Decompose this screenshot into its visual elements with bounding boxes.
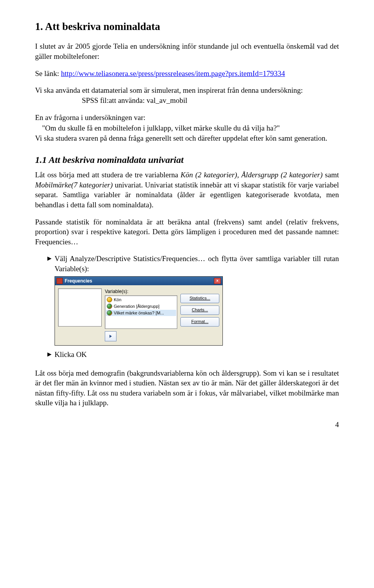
intro-para-1: I slutet av år 2005 gjorde Telia en unde… [35, 41, 339, 61]
dialog-title: Frequencies [65, 278, 92, 284]
app-icon [56, 278, 63, 284]
link-prefix: Se länk: [35, 69, 61, 78]
list-item[interactable]: Generation [Åldergrupp] [106, 303, 176, 310]
variable-icon [107, 304, 112, 309]
target-variable-list[interactable]: Kön Generation [Åldergrupp] Vilket märke… [105, 295, 177, 329]
instruction-step-2: ► Klicka OK [46, 350, 339, 360]
p4-part-a: Låt oss börja med att studera de tre var… [35, 171, 181, 179]
p4-italic-2: Mobilmärke(7 kategorier) [35, 181, 113, 189]
heading-1: 1. Att beskriva nominaldata [35, 19, 339, 34]
question-intro: En av frågorna i undersökningen var: [35, 113, 339, 123]
variable-icon [107, 310, 112, 316]
instruction-step-1: ► Välj Analyze/Descriptive Statistics/Fr… [46, 254, 339, 274]
variable-icon [107, 297, 112, 302]
statistics-button[interactable]: Statistics... [180, 294, 219, 303]
list-item[interactable]: Vilket märke önskas? [M... [106, 310, 176, 316]
indent-line-1: Vi ska använda ett datamaterial som är s… [35, 85, 339, 95]
variable-name: Kön [114, 297, 122, 303]
source-link[interactable]: http://www.teliasonera.se/press/pressrel… [61, 69, 285, 78]
frequencies-dialog: Frequencies × Variable(s): Kön Generatio… [55, 276, 223, 346]
arrow-right-icon [109, 334, 113, 338]
page-number: 4 [35, 420, 339, 430]
variable-name: Vilket märke önskas? [M... [114, 310, 164, 316]
list-item[interactable]: Kön [106, 297, 176, 303]
para-univariat: Låt oss börja med att studera de tre var… [35, 170, 339, 210]
svg-marker-0 [109, 335, 112, 338]
survey-question-quote: "Om du skulle få en mobiltelefon i julkl… [42, 123, 339, 133]
bullet-icon: ► [46, 350, 55, 360]
close-icon[interactable]: × [214, 278, 221, 284]
heading-1-1: 1.1 Att beskriva nominaldata univariat [35, 154, 339, 166]
p4-italic-1: Kön (2 kategorier), Åldersgrupp (2 kateg… [181, 171, 323, 179]
variable-name: Generation [Åldergrupp] [114, 304, 159, 309]
instruction-step-2-text: Klicka OK [55, 350, 339, 360]
dialog-titlebar: Frequencies × [55, 277, 222, 285]
source-variable-list[interactable] [58, 288, 102, 327]
variables-label: Variable(s): [105, 288, 177, 295]
indent-line-2: SPSS fil:att använda: val_av_mobil [82, 95, 339, 106]
move-variable-button[interactable] [105, 331, 116, 341]
indent-block: Vi ska använda ett datamaterial som är s… [35, 85, 339, 105]
charts-button[interactable]: Charts... [180, 305, 219, 315]
p4-part-b: samt [323, 171, 339, 179]
para-frequencies: Passande statistik för nominaldata är at… [35, 217, 339, 247]
link-para: Se länk: http://www.teliasonera.se/press… [35, 69, 339, 79]
format-button[interactable]: Format... [180, 317, 219, 327]
instruction-step-1-text: Välj Analyze/Descriptive Statistics/Freq… [55, 254, 339, 274]
para-demography: Låt oss börja med demografin (bakgrundsv… [35, 368, 339, 408]
para-study-plan: Vi ska studera svaren på denna fråga gen… [35, 133, 339, 143]
bullet-icon: ► [46, 254, 55, 274]
